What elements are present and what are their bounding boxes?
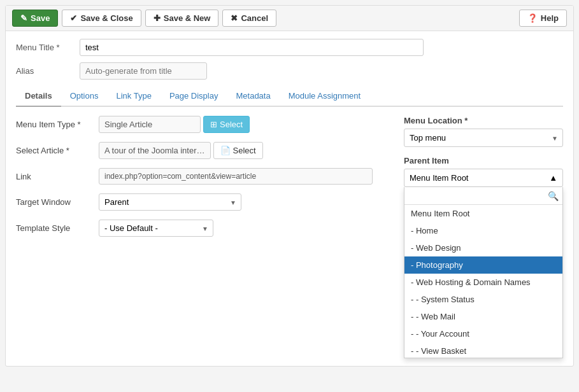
dropdown-item-root[interactable]: Menu Item Root: [404, 205, 562, 222]
doc-icon: 📄: [220, 146, 231, 155]
menu-title-input[interactable]: [80, 39, 424, 56]
dropdown-item-web-hosting[interactable]: - Web Hosting & Domain Names: [404, 274, 562, 291]
question-icon: ❓: [527, 13, 538, 23]
two-col-layout: Menu Item Type * Single Article ⊞ Select…: [16, 116, 563, 358]
menu-title-label: Menu Title *: [16, 43, 80, 52]
dropdown-item-your-account[interactable]: - - Your Account: [404, 325, 562, 342]
plus-icon: ✚: [154, 13, 161, 23]
target-window-row: Target Window Parent New Window with Nav…: [16, 193, 391, 211]
save-new-button[interactable]: ✚ Save & New: [145, 10, 219, 27]
parent-item-dropdown: 🔍 Menu Item Root - Home - Web Design - P…: [404, 187, 563, 358]
link-input: [99, 168, 373, 185]
toolbar: ✎ Save ✔ Save & Close ✚ Save & New ✖ Can…: [6, 6, 573, 31]
parent-item-section: Parent Item Menu Item Root ▲ 🔍: [404, 156, 563, 187]
tab-module-assignment[interactable]: Module Assignment: [280, 86, 369, 107]
dropdown-list: Menu Item Root - Home - Web Design - Pho…: [404, 205, 562, 358]
alias-label: Alias: [16, 66, 80, 76]
menu-location-section: Menu Location * Top menu Main Menu: [404, 116, 563, 147]
select-article-row: Select Article * A tour of the Joomla in…: [16, 142, 391, 159]
menu-item-type-label: Menu Item Type *: [16, 120, 99, 129]
menu-location-label: Menu Location *: [404, 116, 563, 125]
dropdown-item-photography[interactable]: - Photography: [404, 256, 562, 274]
menu-title-row: Menu Title *: [16, 39, 563, 56]
grid-icon: ⊞: [210, 120, 217, 129]
dropdown-item-web-mail[interactable]: - - Web Mail: [404, 308, 562, 325]
parent-item-dropdown-btn[interactable]: Menu Item Root ▲: [404, 169, 563, 187]
save-close-button[interactable]: ✔ Save & Close: [62, 10, 141, 27]
tabs: Details Options Link Type Page Display M…: [16, 86, 563, 107]
template-style-label: Template Style: [16, 223, 99, 233]
parent-item-label: Parent Item: [404, 156, 563, 165]
dropdown-item-view-basket[interactable]: - - View Basket: [404, 342, 562, 358]
tab-details[interactable]: Details: [16, 86, 61, 107]
dropdown-item-system-status[interactable]: - - System Status: [404, 291, 562, 308]
parent-item-value-text: Menu Item Root: [410, 173, 469, 183]
left-col: Menu Item Type * Single Article ⊞ Select…: [16, 116, 404, 358]
magnifier-icon: 🔍: [548, 191, 559, 201]
cancel-button[interactable]: ✖ Cancel: [222, 10, 276, 27]
select-article-button[interactable]: 📄 Select: [213, 142, 263, 159]
x-icon: ✖: [231, 13, 238, 23]
tab-options[interactable]: Options: [61, 86, 108, 107]
check-icon: ✔: [70, 13, 77, 23]
right-col: Menu Location * Top menu Main Menu Paren…: [404, 116, 563, 358]
select-article-text: A tour of the Joomla inter…: [99, 142, 211, 159]
main-container: ✎ Save ✔ Save & Close ✚ Save & New ✖ Can…: [5, 5, 574, 367]
template-style-row: Template Style - Use Default -: [16, 220, 391, 237]
menu-location-select-wrapper: Top menu Main Menu: [404, 129, 563, 147]
chevron-up-icon: ▲: [549, 173, 557, 183]
dropdown-search-button[interactable]: 🔍: [548, 191, 559, 201]
select-article-label: Select Article *: [16, 146, 99, 155]
dropdown-item-home[interactable]: - Home: [404, 222, 562, 239]
save-icon: ✎: [20, 13, 27, 23]
template-style-select[interactable]: - Use Default -: [99, 220, 213, 237]
alias-input[interactable]: [80, 62, 207, 80]
tab-metadata[interactable]: Metadata: [227, 86, 279, 107]
template-style-select-wrapper: - Use Default -: [99, 220, 213, 237]
target-window-select[interactable]: Parent New Window with Navigation New Wi…: [99, 193, 241, 211]
link-label: Link: [16, 172, 99, 181]
menu-item-type-row: Menu Item Type * Single Article ⊞ Select: [16, 116, 391, 133]
alias-row: Alias: [16, 62, 563, 80]
tab-link-type[interactable]: Link Type: [107, 86, 160, 107]
help-button[interactable]: ❓ Help: [519, 10, 567, 27]
dropdown-item-web-design[interactable]: - Web Design: [404, 239, 562, 256]
menu-item-type-text: Single Article: [99, 116, 201, 133]
select-article-value-container: A tour of the Joomla inter… 📄 Select: [99, 142, 263, 159]
dropdown-search-bar: 🔍: [404, 187, 562, 205]
target-window-select-wrapper: Parent New Window with Navigation New Wi…: [99, 193, 241, 211]
menu-item-type-select-button[interactable]: ⊞ Select: [203, 116, 250, 133]
form-area: Menu Title * Alias Details Options Link …: [6, 31, 573, 366]
save-button[interactable]: ✎ Save: [12, 10, 58, 27]
target-window-label: Target Window: [16, 197, 99, 207]
parent-item-wrapper: Menu Item Root ▲ 🔍: [404, 169, 563, 187]
tab-page-display[interactable]: Page Display: [161, 86, 227, 107]
menu-location-select[interactable]: Top menu Main Menu: [404, 129, 563, 147]
dropdown-search-input[interactable]: [408, 190, 548, 202]
link-row: Link: [16, 168, 391, 185]
menu-item-type-value-container: Single Article ⊞ Select: [99, 116, 250, 133]
